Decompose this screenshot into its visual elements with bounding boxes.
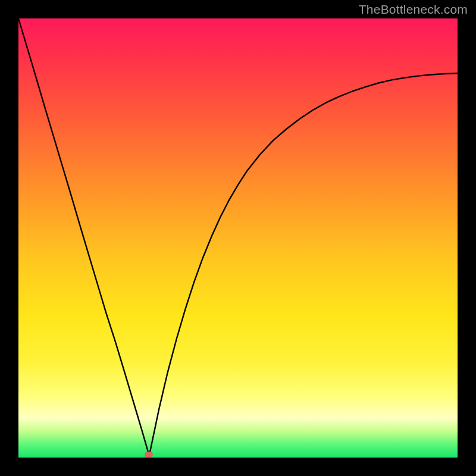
chart-frame: TheBottleneck.com [0, 0, 476, 476]
bottleneck-curve [18, 18, 458, 458]
curve-min-marker [145, 452, 153, 458]
watermark-text: TheBottleneck.com [359, 2, 468, 17]
plot-area [18, 18, 458, 458]
